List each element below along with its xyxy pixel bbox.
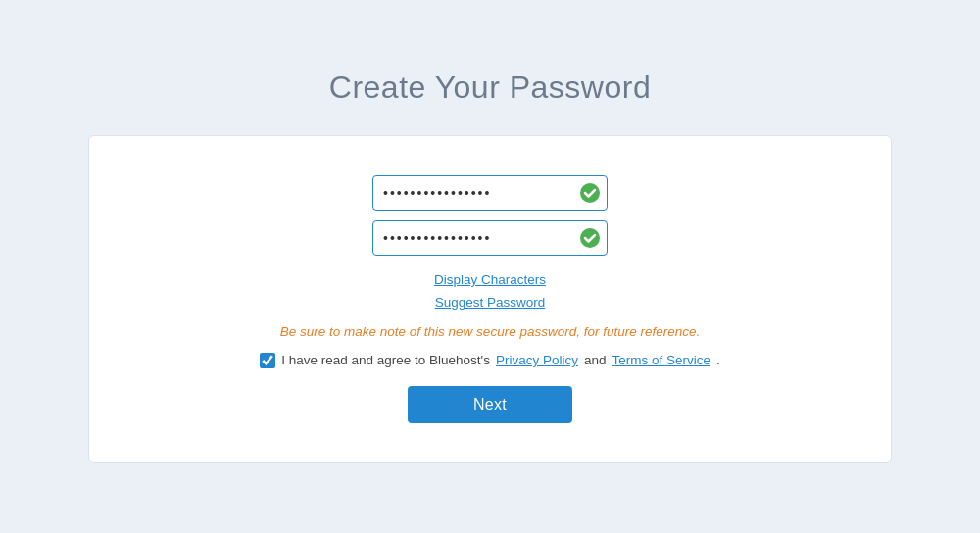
svg-point-0 [580, 183, 600, 203]
page-title: Create Your Password [329, 70, 651, 106]
agree-checkbox[interactable] [260, 353, 275, 368]
confirm-valid-icon [580, 228, 600, 248]
agree-prefix-text: I have read and agree to Bluehost's [281, 353, 490, 367]
password-valid-icon [580, 183, 600, 203]
svg-point-1 [580, 228, 600, 248]
password-links: Display Characters Suggest Password [434, 269, 546, 315]
warning-message: Be sure to make note of this new secure … [280, 324, 700, 339]
suggest-password-link[interactable]: Suggest Password [435, 292, 546, 315]
main-card: Display Characters Suggest Password Be s… [88, 135, 892, 463]
password-input-wrapper [372, 175, 608, 211]
confirm-password-input[interactable] [372, 220, 608, 256]
privacy-policy-link[interactable]: Privacy Policy [496, 353, 578, 367]
terms-of-service-link[interactable]: Terms of Service [612, 353, 711, 367]
agree-row: I have read and agree to Bluehost's Priv… [260, 353, 720, 368]
display-characters-link[interactable]: Display Characters [434, 269, 546, 292]
agree-and-text: and [584, 353, 607, 367]
next-button[interactable]: Next [408, 386, 572, 423]
password-input[interactable] [372, 175, 608, 211]
agree-suffix-text: . [716, 353, 720, 367]
confirm-password-input-wrapper [372, 220, 608, 256]
